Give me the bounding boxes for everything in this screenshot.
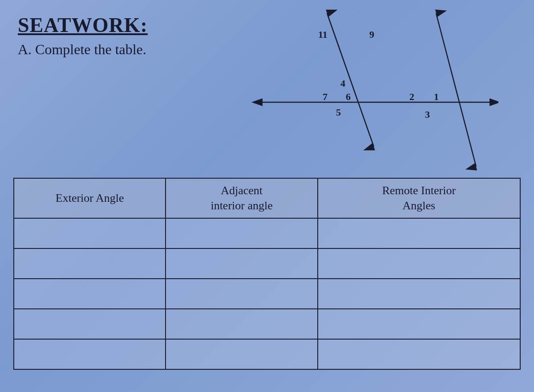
cell-adj-5[interactable] <box>166 339 317 369</box>
label-11: 11 <box>318 29 328 40</box>
label-5: 5 <box>336 107 341 118</box>
page-container: SEATWORK: A. Complete the table. <box>0 0 534 392</box>
cell-remote-3[interactable] <box>318 279 520 309</box>
label-1: 1 <box>434 91 439 102</box>
cell-remote-4[interactable] <box>318 309 520 339</box>
table-row <box>14 218 520 248</box>
cell-adj-2[interactable] <box>166 248 317 279</box>
label-7: 7 <box>323 91 328 102</box>
label-9: 9 <box>369 29 374 40</box>
cell-ext-1[interactable] <box>14 218 166 248</box>
header-adjacent-interior: Adjacentinterior angle <box>166 178 317 218</box>
svg-line-7 <box>327 13 374 147</box>
cell-adj-3[interactable] <box>166 279 317 309</box>
cell-ext-4[interactable] <box>14 309 166 339</box>
cell-remote-2[interactable] <box>318 248 520 279</box>
svg-line-8 <box>436 13 476 167</box>
cell-ext-2[interactable] <box>14 248 166 279</box>
cell-remote-5[interactable] <box>318 339 520 369</box>
label-2: 2 <box>409 91 414 102</box>
table-row <box>14 309 520 339</box>
table-row <box>14 248 520 279</box>
label-6: 6 <box>346 91 351 102</box>
label-4: 4 <box>340 78 345 89</box>
header-remote-interior: Remote InteriorAngles <box>318 178 520 218</box>
geometry-diagram: 7 6 5 4 11 9 2 1 3 <box>249 9 498 173</box>
label-3: 3 <box>425 109 430 120</box>
header-exterior-angle: Exterior Angle <box>14 178 166 218</box>
table-row <box>14 339 520 369</box>
cell-adj-1[interactable] <box>166 218 317 248</box>
cell-adj-4[interactable] <box>166 309 317 339</box>
diagram-area: 7 6 5 4 11 9 2 1 3 <box>249 9 498 173</box>
angle-table: Exterior Angle Adjacentinterior angle Re… <box>13 178 521 370</box>
cell-ext-3[interactable] <box>14 279 166 309</box>
cell-ext-5[interactable] <box>14 339 166 369</box>
cell-remote-1[interactable] <box>318 218 520 248</box>
table-wrapper: Exterior Angle Adjacentinterior angle Re… <box>13 178 521 379</box>
table-row <box>14 279 520 309</box>
